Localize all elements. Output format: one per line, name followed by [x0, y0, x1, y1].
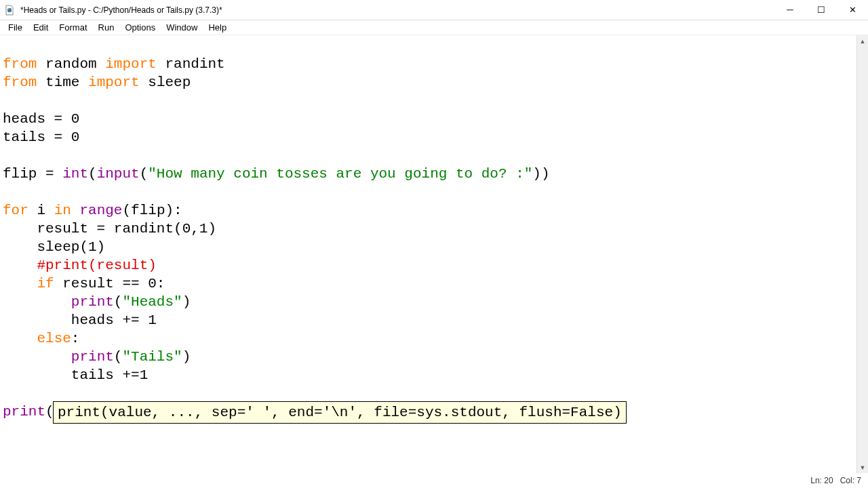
code-token: :	[71, 331, 80, 346]
code-token: (	[114, 349, 123, 365]
code-token: (	[88, 166, 97, 182]
window-controls: ─ ☐ ✕	[774, 0, 868, 20]
menu-help[interactable]: Help	[203, 21, 232, 34]
python-file-icon	[4, 5, 15, 16]
code-line: sleep(1)	[3, 239, 105, 255]
code-token: result == 0:	[54, 276, 165, 291]
svg-point-0	[8, 8, 9, 9]
calltip-tooltip: print(value, ..., sep=' ', end='\n', fil…	[53, 401, 627, 424]
code-line: heads += 1	[3, 312, 157, 328]
vertical-scrollbar[interactable]: ▲ ▼	[856, 35, 868, 473]
code-token: from	[3, 75, 37, 90]
menu-window[interactable]: Window	[161, 21, 203, 34]
scroll-down-icon[interactable]: ▼	[857, 462, 868, 473]
code-token: print	[71, 294, 114, 310]
code-token: "Heads"	[122, 294, 182, 310]
code-token: if	[37, 276, 54, 291]
code-token: print	[71, 349, 114, 365]
status-col: Col: 7	[840, 476, 861, 485]
code-token: ))	[532, 166, 549, 182]
code-token	[3, 294, 71, 310]
scroll-up-icon[interactable]: ▲	[857, 35, 868, 47]
code-token: time	[37, 75, 88, 90]
code-token: from	[3, 56, 37, 72]
code-token: int	[62, 166, 88, 182]
code-token: input	[97, 166, 140, 182]
editor-area: from random import randint from time imp…	[0, 35, 868, 473]
close-button[interactable]: ✕	[837, 0, 868, 20]
code-token: sleep	[140, 75, 191, 90]
status-ln: Ln: 20	[810, 476, 833, 485]
code-token: "Tails"	[122, 349, 182, 365]
code-token	[3, 349, 71, 365]
code-line: result = randint(0,1)	[3, 221, 216, 237]
code-token: )	[182, 294, 191, 310]
code-token: (	[140, 166, 149, 182]
menubar: File Edit Format Run Options Window Help	[0, 20, 868, 35]
code-token: in	[54, 203, 71, 218]
window-title: *Heads or Tails.py - C:/Python/Heads or …	[19, 5, 774, 15]
code-token: print	[3, 404, 45, 420]
code-line: heads = 0	[3, 111, 79, 127]
code-token: import	[88, 75, 140, 90]
code-token: (flip):	[122, 203, 182, 218]
menu-format[interactable]: Format	[54, 21, 92, 34]
menu-options[interactable]: Options	[119, 21, 161, 34]
menu-run[interactable]: Run	[93, 21, 120, 34]
code-token: random	[37, 56, 105, 72]
menu-edit[interactable]: Edit	[28, 21, 54, 34]
code-token: range	[79, 203, 122, 218]
statusbar: Ln: 20 Col: 7	[0, 473, 868, 488]
code-token: i	[28, 203, 54, 218]
code-line: tails +=1	[3, 367, 148, 383]
code-token: import	[105, 56, 157, 72]
minimize-button[interactable]: ─	[774, 0, 806, 20]
code-token	[71, 203, 80, 218]
titlebar: *Heads or Tails.py - C:/Python/Heads or …	[0, 0, 868, 20]
code-token	[3, 276, 37, 291]
code-token: (	[114, 294, 123, 310]
code-editor[interactable]: from random import randint from time imp…	[0, 35, 856, 473]
code-token: flip =	[3, 166, 62, 182]
code-line: tails = 0	[3, 129, 79, 145]
code-token: else	[37, 331, 71, 346]
menu-file[interactable]: File	[3, 21, 28, 34]
maximize-icon: ☐	[817, 5, 825, 15]
code-line: #print(result)	[3, 258, 157, 273]
maximize-button[interactable]: ☐	[806, 0, 837, 20]
code-token	[3, 331, 37, 346]
code-token: )	[182, 349, 191, 365]
code-token: "How many coin tosses are you going to d…	[148, 166, 532, 182]
code-token: for	[3, 203, 28, 218]
close-icon: ✕	[849, 5, 856, 15]
minimize-icon: ─	[787, 5, 793, 15]
code-token: randint	[157, 56, 225, 72]
